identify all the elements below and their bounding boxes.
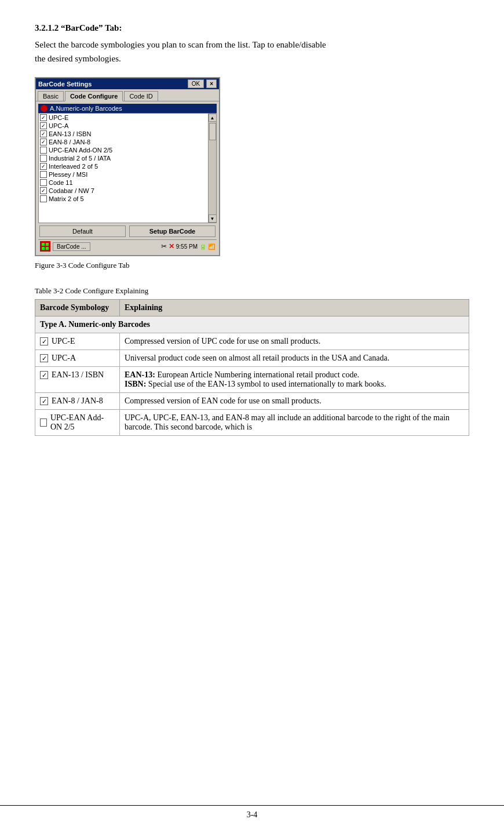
item-label-upcean: UPC-EAN Add-ON 2/5: [49, 147, 112, 154]
ok-button[interactable]: OK: [188, 79, 204, 88]
td-symbol-ean13: ✓ EAN-13 / ISBN: [35, 367, 120, 393]
scroll-down-arrow[interactable]: ▼: [209, 214, 217, 223]
symbol-upcean: UPC-EAN Add-ON 2/5: [50, 413, 115, 432]
default-button[interactable]: Default: [39, 225, 126, 237]
table-row: ✓ EAN-8 / JAN-8 Compressed version of EA…: [35, 393, 469, 410]
checkbox-ean8[interactable]: [40, 139, 47, 145]
scroll-thumb[interactable]: [209, 123, 216, 140]
checkbox-ean13[interactable]: [40, 130, 47, 137]
td-symbol-upce: ✓ UPC-E: [35, 333, 120, 350]
list-item[interactable]: Matrix 2 of 5: [39, 195, 208, 203]
item-label-code11: Code 11: [49, 179, 73, 186]
titlebar-buttons: OK ×: [188, 79, 217, 88]
taskbar-signal-icon: 📶: [208, 243, 215, 250]
item-label-int25: Interleaved 2 of 5: [49, 163, 98, 170]
checkbox-upce-table: ✓: [40, 337, 48, 345]
item-label-ean13: EAN-13 / ISBN: [49, 130, 91, 137]
list-item[interactable]: Industrial 2 of 5 / IATA: [39, 154, 208, 162]
td-symbol-upca: ✓ UPC-A: [35, 350, 120, 367]
close-button[interactable]: ×: [206, 79, 217, 88]
taskbar-scissors-icon: ✂: [161, 242, 167, 250]
list-header-text: A.Numeric-only Barcodes: [50, 105, 122, 112]
window-buttons: Default Setup BarCode: [38, 223, 217, 239]
checkbox-ean8-table: ✓: [40, 397, 48, 405]
svg-rect-1: [46, 243, 49, 246]
svg-rect-2: [42, 247, 45, 250]
symbol-upca: UPC-A: [52, 354, 76, 363]
table-caption: Table 3-2 Code Configure Explaining: [35, 286, 469, 296]
td-explain-upca: Universal product code seen on almost al…: [120, 350, 469, 367]
list-items: UPC-E UPC-A EAN-13 / ISBN EAN-8 / JAN-8: [39, 114, 208, 223]
list-item[interactable]: Codabar / NW 7: [39, 187, 208, 195]
list-header-icon: [41, 105, 48, 112]
checkbox-int25[interactable]: [40, 163, 47, 170]
list-item[interactable]: EAN-13 / ISBN: [39, 130, 208, 138]
list-item[interactable]: UPC-E: [39, 114, 208, 122]
td-symbol-ean8: ✓ EAN-8 / JAN-8: [35, 393, 120, 410]
list-item[interactable]: UPC-A: [39, 122, 208, 130]
list-item[interactable]: Code 11: [39, 179, 208, 187]
barcode-window: BarCode Settings OK × Basic Code Configu…: [35, 77, 220, 256]
window-body: A.Numeric-only Barcodes UPC-E UPC-A EAN-: [36, 101, 219, 255]
svg-rect-3: [46, 247, 49, 250]
symbol-ean13: EAN-13 / ISBN: [52, 370, 104, 380]
type-row: Type A. Numeric-only Barcodes: [35, 316, 469, 333]
table-row: ✓ UPC-A Universal product code seen on a…: [35, 350, 469, 367]
window-titlebar: BarCode Settings OK ×: [36, 78, 219, 89]
checkbox-upce[interactable]: [40, 114, 47, 121]
taskbar-barcode-item[interactable]: BarCode ...: [53, 242, 90, 251]
list-item[interactable]: Plessey / MSI: [39, 170, 208, 179]
setup-barcode-button[interactable]: Setup BarCode: [129, 225, 216, 237]
item-label-matrix25: Matrix 2 of 5: [49, 195, 84, 202]
table-row: ✓ EAN-13 / ISBN EAN-13: European Article…: [35, 367, 469, 393]
col-barcode-symbology: Barcode Symbology: [35, 300, 120, 316]
list-item[interactable]: UPC-EAN Add-ON 2/5: [39, 146, 208, 154]
item-label-ind25: Industrial 2 of 5 / IATA: [49, 155, 111, 162]
section-heading: 3.2.1.2 “BarCode” Tab:: [35, 23, 469, 33]
taskbar-x-icon: ✕: [169, 242, 174, 250]
taskbar-time: 9:55 PM: [176, 243, 198, 250]
col-explaining: Explaining: [120, 300, 469, 316]
checkbox-upca-table: ✓: [40, 354, 48, 362]
item-label-upce: UPC-E: [49, 114, 68, 121]
data-table: Barcode Symbology Explaining Type A. Num…: [35, 299, 469, 436]
list-item[interactable]: Interleaved 2 of 5: [39, 162, 208, 170]
scroll-up-arrow[interactable]: ▲: [209, 114, 217, 122]
symbol-ean8: EAN-8 / JAN-8: [52, 396, 103, 406]
td-explain-upce: Compressed version of UPC code for use o…: [120, 333, 469, 350]
checkbox-upcean-table: [40, 418, 47, 427]
window-title: BarCode Settings: [38, 81, 92, 88]
item-label-upca: UPC-A: [49, 122, 68, 129]
checkbox-codabar[interactable]: [40, 187, 47, 194]
checkbox-upcean[interactable]: [40, 147, 47, 154]
td-explain-ean13: EAN-13: European Article Numbering inter…: [120, 367, 469, 393]
start-icon[interactable]: [40, 241, 50, 252]
symbol-upce: UPC-E: [52, 337, 75, 346]
tab-code-id[interactable]: Code ID: [124, 91, 158, 101]
taskbar-battery-icon: 🔋: [199, 243, 206, 250]
table-row: UPC-EAN Add-ON 2/5 UPC-A, UPC-E, EAN-13,…: [35, 410, 469, 436]
checkbox-upca[interactable]: [40, 122, 47, 129]
tab-code-configure[interactable]: Code Configure: [65, 91, 123, 101]
checkbox-plessey[interactable]: [40, 171, 47, 178]
list-content: UPC-E UPC-A EAN-13 / ISBN EAN-8 / JAN-8: [38, 113, 217, 223]
tab-basic[interactable]: Basic: [38, 91, 64, 101]
figure-container: BarCode Settings OK × Basic Code Configu…: [35, 77, 469, 281]
list-header: A.Numeric-only Barcodes: [38, 104, 217, 113]
scrollbar[interactable]: ▲ ▼: [208, 114, 216, 223]
table-row: ✓ UPC-E Compressed version of UPC code f…: [35, 333, 469, 350]
td-symbol-upcean: UPC-EAN Add-ON 2/5: [35, 410, 120, 436]
td-explain-upcean: UPC-A, UPC-E, EAN-13, and EAN-8 may all …: [120, 410, 469, 436]
checkbox-ind25[interactable]: [40, 155, 47, 162]
checkbox-matrix25[interactable]: [40, 195, 47, 202]
section-body: Select the barcode symbologies you plan …: [35, 38, 469, 65]
taskbar: BarCode ... ✂ ✕ 9:55 PM 🔋 📶: [38, 239, 217, 253]
page-number: 3-4: [247, 810, 258, 819]
page-footer: 3-4: [0, 805, 504, 820]
svg-rect-0: [42, 243, 45, 246]
taskbar-icons: ✂ ✕ 9:55 PM 🔋 📶: [161, 242, 215, 250]
figure-caption: Figure 3-3 Code Configure Tab: [35, 261, 130, 270]
checkbox-code11[interactable]: [40, 179, 47, 186]
list-item[interactable]: EAN-8 / JAN-8: [39, 138, 208, 146]
td-explain-ean8: Compressed version of EAN code for use o…: [120, 393, 469, 410]
